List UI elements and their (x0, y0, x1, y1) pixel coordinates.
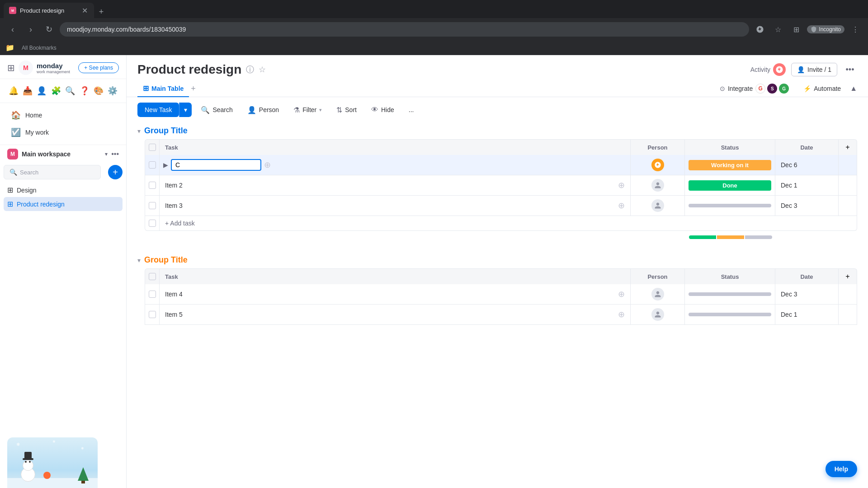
people-icon[interactable]: 👤 (36, 83, 48, 99)
person-button[interactable]: 👤 Person (242, 103, 284, 117)
color-swatch-icon[interactable]: 🎨 (92, 83, 104, 99)
tab-main-table[interactable]: ⊞ Main Table (137, 80, 189, 97)
row-2-status-cell[interactable]: Done (685, 175, 775, 195)
row-3-task-cell[interactable]: Item 3 ⊕ (160, 196, 631, 216)
row-1-status-cell[interactable]: Working on it (685, 155, 775, 175)
row-2-date-cell[interactable]: Dec 1 (775, 175, 839, 195)
page-more-button[interactable]: ••• (843, 62, 857, 77)
add-column-cell[interactable]: + (839, 140, 857, 155)
refresh-button[interactable]: ↻ (42, 22, 56, 37)
more-options-button[interactable]: ... (403, 103, 420, 116)
inbox-icon[interactable]: 📥 (21, 83, 33, 99)
star-icon[interactable]: ☆ (259, 65, 266, 75)
sidebar-item-design[interactable]: ⊞ Design (4, 183, 123, 197)
new-tab-button[interactable]: + (95, 5, 108, 18)
apps-grid-icon[interactable]: ⊞ (7, 62, 15, 73)
sidebar-item-product-redesign[interactable]: ⊞ Product redesign (4, 197, 123, 211)
help-icon[interactable]: ❓ (78, 83, 90, 99)
tab-add-button[interactable]: + (189, 82, 198, 95)
group-2-title[interactable]: Group Title (144, 255, 188, 265)
collapse-icon[interactable]: ▲ (850, 84, 857, 93)
sidebar-item-home[interactable]: 🏠 Home (4, 107, 123, 124)
sort-button[interactable]: ⇅ Sort (331, 103, 362, 117)
filter-button[interactable]: ⚗ Filter ▾ (288, 103, 327, 117)
g2-header-checkbox[interactable] (149, 273, 156, 280)
new-task-button[interactable]: New Task (137, 103, 179, 117)
row-5-person-cell[interactable] (631, 305, 685, 324)
row-4-task-cell[interactable]: Item 4 ⊕ (160, 284, 631, 304)
row-2-person-cell[interactable] (631, 175, 685, 195)
header-checkbox[interactable] (149, 144, 156, 151)
automate-button[interactable]: ⚡ Automate (798, 82, 846, 95)
row-3-date-cell[interactable]: Dec 3 (775, 196, 839, 216)
row-1-checkbox[interactable] (149, 161, 156, 169)
row-4-person-cell[interactable] (631, 284, 685, 304)
add-task-checkbox[interactable] (149, 220, 156, 227)
invite-label: Invite / 1 (807, 66, 831, 73)
row-1-add-person-icon[interactable]: ⊕ (264, 160, 271, 170)
back-button[interactable]: ‹ (5, 22, 20, 37)
sidebar-search-input[interactable]: 🔍 Search (4, 165, 101, 179)
filter-icon: ⚗ (293, 106, 300, 114)
row-2-add-person-icon[interactable]: ⊕ (618, 180, 625, 190)
row-5-date-cell[interactable]: Dec 1 (775, 305, 839, 324)
row-1-date-cell[interactable]: Dec 6 (775, 155, 839, 175)
workspace-header[interactable]: M Main workspace ▾ ••• (0, 145, 126, 163)
bookmark-star-icon[interactable]: ☆ (771, 22, 785, 37)
bookmarks-bar-item[interactable]: All Bookmarks (18, 44, 60, 52)
row-1-task-input[interactable] (171, 159, 261, 171)
row-1-expand-icon[interactable]: ▶ (163, 161, 168, 169)
bell-icon[interactable]: 🔔 (7, 83, 19, 99)
table-row-2: Item 2 ⊕ Done (145, 175, 857, 196)
group-1-collapse-icon[interactable]: ▾ (137, 127, 141, 135)
row-3-add-person-icon[interactable]: ⊕ (618, 201, 625, 211)
search-header-icon[interactable]: 🔍 (64, 83, 76, 99)
row-4-status-cell[interactable] (685, 284, 775, 304)
row-2-checkbox[interactable] (149, 182, 156, 189)
row-2-task-cell[interactable]: Item 2 ⊕ (160, 175, 631, 195)
search-button[interactable]: 🔍 Search (195, 103, 238, 117)
row-5-checkbox[interactable] (149, 311, 156, 318)
row-4-extra-cell (839, 284, 857, 304)
row-1-checkbox-cell (145, 155, 160, 175)
integrate-button[interactable]: ⊙ Integrate G S G (714, 81, 794, 96)
new-task-dropdown[interactable]: ▾ (179, 103, 192, 117)
workspace-more-icon[interactable]: ••• (111, 150, 119, 158)
row-4-grid: Item 4 ⊕ (145, 284, 857, 305)
sidebar-item-my-work[interactable]: ☑️ My work (4, 124, 123, 141)
active-tab[interactable]: M Product redesign ✕ (4, 3, 94, 18)
row-3-person-cell[interactable] (631, 196, 685, 216)
row-5-task-cell[interactable]: Item 5 ⊕ (160, 305, 631, 324)
row-4-checkbox[interactable] (149, 291, 156, 298)
row-4-date-cell[interactable]: Dec 3 (775, 284, 839, 304)
add-task-label: + Add task (165, 220, 195, 227)
tab-close-button[interactable]: ✕ (81, 5, 89, 16)
extension-icon[interactable] (753, 22, 767, 37)
row-4-add-person-icon[interactable]: ⊕ (618, 289, 625, 299)
g2-add-column-cell[interactable]: + (839, 269, 857, 284)
see-plans-button[interactable]: + See plans (78, 62, 119, 73)
row-5-add-person-icon[interactable]: ⊕ (618, 310, 625, 319)
apps-icon[interactable]: 🧩 (50, 83, 62, 99)
group-2-collapse-icon[interactable]: ▾ (137, 257, 141, 264)
hide-button[interactable]: 👁 Hide (366, 103, 400, 117)
add-task-row-1[interactable]: + Add task (145, 216, 857, 231)
split-view-icon[interactable]: ⊞ (789, 22, 803, 37)
row-3-checkbox[interactable] (149, 202, 156, 209)
row-1-person-cell[interactable] (631, 155, 685, 175)
row-5-status-cell[interactable] (685, 305, 775, 324)
more-button[interactable]: ⋮ (848, 22, 863, 37)
hide-icon: 👁 (371, 106, 378, 114)
add-task-label-cell[interactable]: + Add task (160, 216, 631, 230)
row-3-status-badge (689, 204, 771, 207)
add-button[interactable]: + (108, 165, 123, 179)
invite-button[interactable]: 👤 Invite / 1 (791, 63, 837, 76)
group-1-title[interactable]: Group Title (144, 126, 188, 136)
url-input[interactable] (60, 22, 749, 37)
info-icon[interactable]: ⓘ (246, 64, 254, 75)
activity-button[interactable]: Activity (750, 63, 786, 76)
row-3-status-cell[interactable] (685, 196, 775, 216)
settings-icon[interactable]: ⚙️ (107, 83, 119, 99)
help-button[interactable]: Help (826, 461, 857, 477)
forward-button[interactable]: › (24, 22, 38, 37)
